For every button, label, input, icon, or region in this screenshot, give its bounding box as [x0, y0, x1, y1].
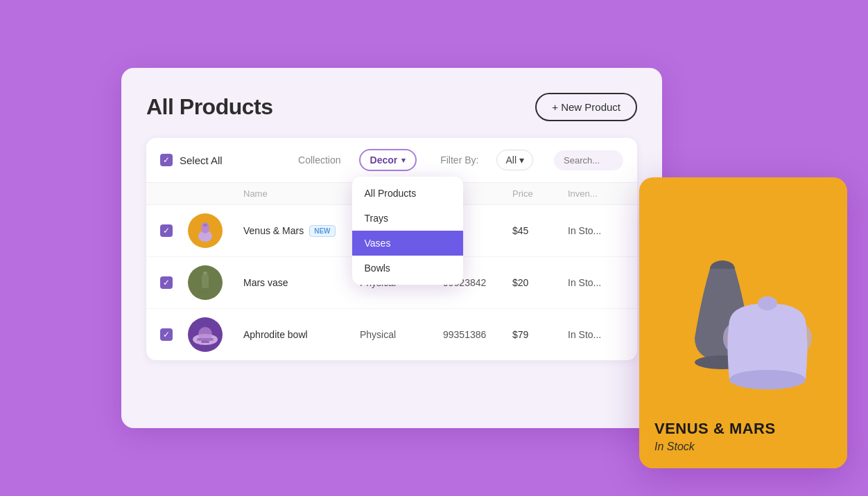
filter-value: All	[505, 154, 517, 166]
dropdown-item-trays[interactable]: Trays	[352, 206, 463, 231]
vases-illustration	[660, 213, 826, 393]
svg-point-5	[200, 288, 211, 294]
filter-chevron-icon: ▾	[519, 154, 524, 166]
collection-dropdown-menu: All Products Trays Vases Bowls	[352, 177, 463, 285]
col-name: Name	[243, 188, 360, 199]
collection-value: Decor	[370, 154, 398, 166]
product-name-2: Aphrodite bowl	[243, 329, 308, 340]
check-icon: ✓	[163, 278, 170, 287]
product-inventory-1: In Sto...	[568, 277, 623, 288]
new-product-button[interactable]: + New Product	[535, 93, 637, 121]
product-inventory-2: In Sto...	[568, 329, 623, 340]
product-thumbnail-0	[188, 213, 223, 248]
product-name-0: Venus & Mars	[243, 225, 304, 236]
collection-dropdown[interactable]: Decor ▾	[359, 149, 417, 171]
product-price-2: $79	[512, 329, 568, 340]
col-image	[188, 188, 243, 199]
svg-rect-4	[202, 274, 209, 288]
chevron-down-icon: ▾	[401, 156, 406, 165]
product-sku-2: 99351386	[443, 329, 512, 340]
dropdown-item-vases[interactable]: Vases	[352, 231, 463, 256]
dropdown-item-bowls[interactable]: Bowls	[352, 256, 463, 281]
check-icon: ✓	[163, 227, 170, 235]
col-price: Price	[512, 188, 568, 199]
product-name-cell-2: Aphrodite bowl	[243, 329, 360, 340]
product-price-0: $45	[512, 225, 568, 236]
select-all-checkbox[interactable]: ✓	[160, 154, 173, 166]
table-row: ✓ Aphrodite bowl Physical 99351386 $79 I…	[146, 309, 637, 360]
product-type-2: Physical	[360, 329, 443, 340]
row-checkbox-0[interactable]: ✓	[160, 224, 173, 237]
toolbar: ✓ Select All Collection Decor ▾ All Prod…	[146, 138, 637, 183]
svg-rect-9	[201, 341, 209, 343]
product-name-cell-0: Venus & Mars NEW	[243, 225, 360, 237]
product-name-1: Mars vase	[243, 277, 288, 288]
product-thumbnail-2	[188, 317, 223, 352]
svg-rect-2	[203, 224, 207, 227]
page-title: All Products	[146, 94, 272, 120]
panel-header: All Products + New Product	[146, 93, 637, 121]
row-checkbox-2[interactable]: ✓	[160, 328, 173, 341]
new-badge-0: NEW	[309, 225, 335, 237]
filter-label: Filter By:	[440, 154, 478, 166]
filter-dropdown[interactable]: All ▾	[496, 150, 533, 170]
product-thumbnail-1	[188, 265, 223, 300]
svg-point-19	[729, 370, 806, 389]
product-price-1: $20	[512, 277, 568, 288]
row-checkbox-1[interactable]: ✓	[160, 276, 173, 289]
product-card: VENUS & MARS In Stock	[639, 177, 847, 468]
card-product-status: In Stock	[654, 441, 832, 453]
main-panel: All Products + New Product ✓ Select All …	[121, 68, 662, 428]
product-name-cell-1: Mars vase	[243, 277, 360, 288]
col-checkbox	[160, 188, 188, 199]
svg-point-18	[758, 296, 777, 310]
product-inventory-0: In Sto...	[568, 225, 623, 236]
check-icon: ✓	[163, 156, 170, 164]
table-container: ✓ Select All Collection Decor ▾ All Prod…	[146, 138, 637, 360]
select-all-area: ✓ Select All	[160, 154, 223, 166]
search-input[interactable]	[554, 150, 623, 170]
card-image-area	[639, 177, 847, 407]
card-product-title: VENUS & MARS	[654, 420, 832, 438]
dropdown-item-all-products[interactable]: All Products	[352, 181, 463, 206]
collection-label: Collection	[298, 154, 340, 166]
card-info: VENUS & MARS In Stock	[639, 407, 847, 468]
svg-rect-3	[203, 272, 207, 274]
svg-rect-8	[197, 338, 214, 341]
col-inventory: Inven...	[568, 188, 623, 199]
check-icon: ✓	[163, 330, 170, 339]
collection-wrapper: Decor ▾ All Products Trays Vases Bowls	[359, 149, 417, 171]
select-all-label: Select All	[180, 154, 223, 166]
